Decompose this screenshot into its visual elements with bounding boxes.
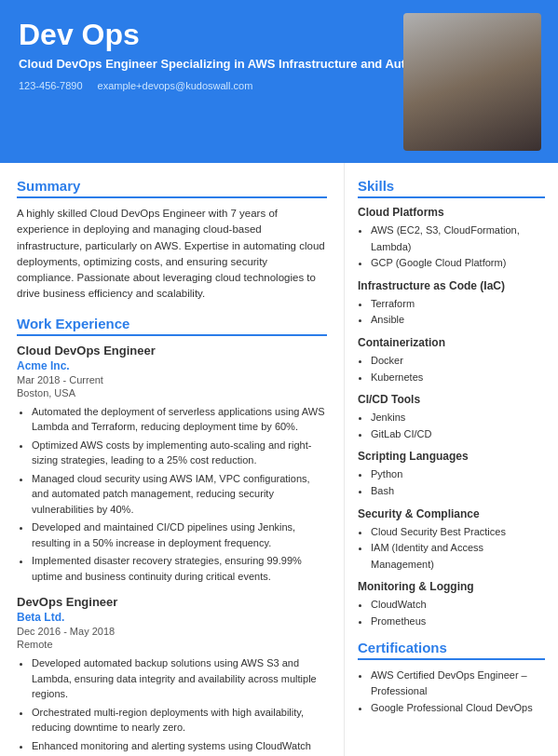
- list-item: CloudWatch: [371, 597, 545, 614]
- skill-cat-label-1: Infrastructure as Code (IaC): [358, 279, 545, 292]
- job-block-1: Cloud DevOps Engineer Acme Inc. Mar 2018…: [17, 344, 327, 585]
- skills-section: Skills Cloud Platforms AWS (EC2, S3, Clo…: [358, 178, 545, 630]
- certifications-section: Certifications AWS Certified DevOps Engi…: [358, 640, 545, 717]
- skill-category-3: CI/CD Tools Jenkins GitLab CI/CD: [358, 393, 545, 442]
- job-dates-2: Dec 2016 - May 2018: [17, 626, 327, 637]
- list-item: IAM (Identity and Access Management): [371, 540, 545, 573]
- company-name-1: Acme Inc.: [17, 359, 327, 372]
- skill-category-1: Infrastructure as Code (IaC) Terraform A…: [358, 279, 545, 329]
- left-column: Summary A highly skilled Cloud DevOps En…: [0, 163, 345, 756]
- photo-placeholder: [403, 13, 541, 151]
- list-item: Terraform: [371, 296, 545, 313]
- skill-cat-label-6: Monitoring & Logging: [358, 580, 545, 593]
- main-content: Summary A highly skilled Cloud DevOps En…: [0, 163, 558, 756]
- list-item: Kubernetes: [371, 370, 545, 386]
- skills-title: Skills: [358, 178, 545, 198]
- list-item: Bash: [371, 483, 545, 500]
- skill-category-4: Scripting Languages Python Bash: [358, 450, 545, 499]
- skill-category-5: Security & Compliance Cloud Security Bes…: [358, 507, 545, 574]
- header-email: example+devops@kudoswall.com: [98, 80, 253, 91]
- list-item: GitLab CI/CD: [371, 426, 545, 443]
- list-item: Orchestrated multi-region deployments wi…: [32, 705, 327, 736]
- job-title-1: Cloud DevOps Engineer: [17, 344, 327, 358]
- skill-cat-label-0: Cloud Platforms: [358, 206, 545, 219]
- list-item: AWS (EC2, S3, CloudFormation, Lambda): [371, 223, 545, 255]
- header: Dev Ops Cloud DevOps Engineer Specializi…: [0, 0, 558, 163]
- list-item: Enhanced monitoring and alerting systems…: [32, 738, 327, 757]
- header-phone: 123-456-7890: [19, 80, 83, 91]
- skill-category-0: Cloud Platforms AWS (EC2, S3, CloudForma…: [358, 206, 545, 272]
- list-item: Optimized AWS costs by implementing auto…: [32, 438, 327, 468]
- work-experience-section: Work Experience Cloud DevOps Engineer Ac…: [17, 316, 327, 757]
- job-location-2: Remote: [17, 639, 327, 650]
- summary-title: Summary: [17, 178, 327, 198]
- summary-text: A highly skilled Cloud DevOps Engineer w…: [17, 206, 327, 303]
- job-block-2: DevOps Engineer Beta Ltd. Dec 2016 - May…: [17, 595, 327, 756]
- list-item: Ansible: [371, 312, 545, 329]
- job-bullets-2: Developed automated backup solutions usi…: [17, 655, 327, 756]
- cert-list: AWS Certified DevOps Engineer – Professi…: [358, 668, 545, 717]
- list-item: Implemented disaster recovery strategies…: [32, 553, 327, 584]
- list-item: Cloud Security Best Practices: [371, 524, 545, 541]
- skill-cat-label-3: CI/CD Tools: [358, 393, 545, 406]
- work-experience-title: Work Experience: [17, 316, 327, 336]
- list-item: Developed automated backup solutions usi…: [32, 655, 327, 702]
- right-column: Skills Cloud Platforms AWS (EC2, S3, Clo…: [345, 163, 558, 756]
- list-item: Docker: [371, 353, 545, 370]
- list-item: Python: [371, 466, 545, 483]
- list-item: Developed and maintained CI/CD pipelines…: [32, 520, 327, 550]
- skill-cat-label-2: Containerization: [358, 336, 545, 349]
- certifications-title: Certifications: [358, 640, 545, 660]
- job-dates-1: Mar 2018 - Current: [17, 374, 327, 385]
- list-item: Prometheus: [371, 614, 545, 630]
- job-title-2: DevOps Engineer: [17, 595, 327, 609]
- job-bullets-1: Automated the deployment of serverless a…: [17, 404, 327, 585]
- company-name-2: Beta Ltd.: [17, 611, 327, 624]
- list-item: Jenkins: [371, 410, 545, 426]
- skill-cat-label-5: Security & Compliance: [358, 507, 545, 520]
- list-item: Automated the deployment of serverless a…: [32, 404, 327, 435]
- list-item: Managed cloud security using AWS IAM, VP…: [32, 471, 327, 518]
- skill-cat-label-4: Scripting Languages: [358, 450, 545, 463]
- list-item: GCP (Google Cloud Platform): [371, 255, 545, 272]
- skill-category-2: Containerization Docker Kubernetes: [358, 336, 545, 385]
- list-item: Google Professional Cloud DevOps: [371, 700, 545, 717]
- summary-section: Summary A highly skilled Cloud DevOps En…: [17, 178, 327, 303]
- skill-category-6: Monitoring & Logging CloudWatch Promethe…: [358, 580, 545, 629]
- profile-photo: [403, 13, 541, 151]
- job-location-1: Boston, USA: [17, 387, 327, 398]
- list-item: AWS Certified DevOps Engineer – Professi…: [371, 668, 545, 700]
